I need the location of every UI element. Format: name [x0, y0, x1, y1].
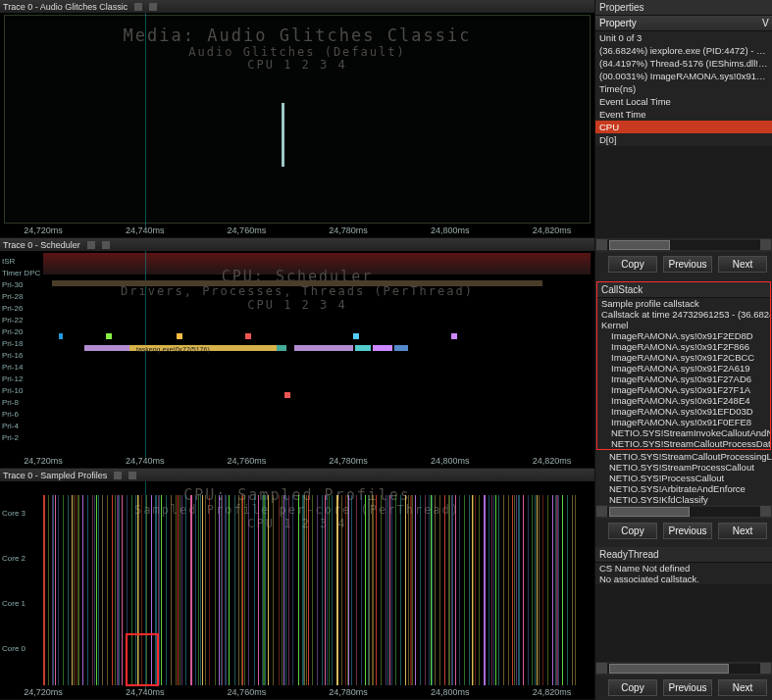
property-row[interactable]: Event Local Time — [595, 95, 772, 108]
sched-row-label: Pri-8 — [2, 398, 19, 407]
callstack-line[interactable]: NETIO.SYS!ProcessCallout — [595, 473, 772, 483]
scroll-left-icon[interactable] — [596, 663, 607, 674]
sample-stripe — [229, 495, 230, 685]
pane-body[interactable]: CPU: Scheduler Drivers, Processes, Threa… — [0, 251, 594, 468]
next-button[interactable]: Next — [718, 523, 767, 539]
property-row[interactable]: D[0] — [595, 133, 772, 146]
sample-stripe — [166, 495, 167, 685]
sched-row-label: Pri-12 — [2, 375, 23, 383]
scroll-right-icon[interactable] — [760, 663, 771, 674]
scroll-left-icon[interactable] — [596, 239, 607, 250]
sample-stripe — [76, 495, 77, 685]
pane-body[interactable]: Media: Audio Glitches Classic Audio Glit… — [0, 13, 594, 237]
pane-title: Trace 0 - Sampled Profiles — [3, 471, 107, 480]
pane-window-icon[interactable] — [134, 3, 142, 11]
pane-header[interactable]: Trace 0 - Scheduler — [0, 238, 594, 251]
sample-stripe — [72, 495, 73, 685]
sample-stripe — [464, 495, 465, 685]
previous-button[interactable]: Previous — [663, 679, 712, 696]
scroll-thumb[interactable] — [609, 240, 670, 250]
sample-stripe — [341, 495, 342, 685]
scroll-thumb[interactable] — [609, 507, 690, 517]
callstack-line[interactable]: ImageRAMONA.sys!0x91F248E4 — [597, 395, 770, 406]
sample-stripe — [518, 495, 520, 685]
sample-stripe — [225, 495, 227, 685]
previous-button[interactable]: Previous — [663, 256, 712, 273]
sample-stripe — [562, 495, 563, 685]
callstack-line[interactable]: ImageRAMONA.sys!0x91F2A619 — [597, 363, 770, 374]
property-row[interactable]: Unit 0 of 3 — [595, 31, 772, 44]
callstack-line[interactable]: ImageRAMONA.sys!0x91F2ED8D — [597, 330, 770, 341]
scroll-left-icon[interactable] — [596, 506, 607, 517]
sample-stripe — [222, 495, 223, 685]
callstack-line[interactable]: ImageRAMONA.sys!0x91F2F866 — [597, 341, 770, 352]
callstack-line[interactable]: NETIO.SYS!StreamProcessCallout — [595, 462, 772, 473]
property-row[interactable]: (36.6824%) iexplore.exe (PID:4472) - 352… — [595, 44, 772, 57]
property-row[interactable]: CPU — [595, 121, 772, 133]
pane-header[interactable]: Trace 0 - Audio Glitches Classic — [0, 0, 594, 13]
callstack-panel: CallStack Sample profile callstackCallst… — [595, 280, 772, 543]
scroll-right-icon[interactable] — [760, 239, 771, 250]
callstack-line[interactable]: NETIO.SYS!StreamCalloutProcessingLoop — [595, 451, 772, 462]
sample-stripe — [82, 495, 83, 685]
callstack-line[interactable]: NETIO.SYS!StreamCalloutProcessData — [597, 438, 770, 449]
callstack-line[interactable]: Kernel — [597, 320, 770, 330]
callstack-line[interactable]: ImageRAMONA.sys!0x91F2CBCC — [597, 352, 770, 363]
pane-window-icon[interactable] — [114, 472, 122, 479]
sample-stripe — [176, 495, 177, 685]
h-scrollbar[interactable] — [595, 505, 772, 519]
sample-stripe — [198, 495, 199, 685]
copy-button[interactable]: Copy — [608, 679, 657, 696]
callstack-line[interactable]: Sample profile callstack — [597, 298, 770, 309]
pane-close-icon[interactable] — [102, 241, 110, 249]
pane-body[interactable]: CPU: Sampled Profiles Sampled Profile pe… — [0, 481, 594, 699]
sample-stripe — [523, 495, 524, 685]
previous-button[interactable]: Previous — [663, 523, 712, 539]
copy-button[interactable]: Copy — [608, 523, 657, 539]
callstack-line[interactable]: ImageRAMONA.sys!0x91F27AD6 — [597, 374, 770, 384]
callstack-line[interactable]: ImageRAMONA.sys!0x91EFD03D — [597, 406, 770, 417]
pane-close-icon[interactable] — [149, 3, 157, 11]
wm-line2: Drivers, Processes, Threads (PerThread) — [0, 285, 594, 299]
sample-stripe — [332, 495, 333, 685]
sample-stripe — [391, 495, 392, 685]
h-scrollbar[interactable] — [595, 662, 772, 675]
callstack-line[interactable]: Callstack at time 24732961253 - (36.6824… — [597, 309, 770, 320]
sample-stripe — [63, 495, 64, 685]
callstack-line[interactable]: NETIO.SYS!StreamInvokeCalloutAndNormaliz… — [597, 427, 770, 438]
sched-bar — [84, 345, 129, 351]
sched-row-label: Pri-26 — [2, 304, 23, 313]
callstack-line[interactable]: ImageRAMONA.sys!0x91F0EFE8 — [597, 417, 770, 427]
sample-stripe — [473, 495, 474, 685]
sched-bar — [52, 280, 542, 286]
callstack-line[interactable]: NETIO.SYS!ArbitrateAndEnforce — [595, 483, 772, 494]
next-button[interactable]: Next — [718, 256, 767, 273]
sample-stripe — [306, 495, 307, 685]
watermark: CPU: Scheduler Drivers, Processes, Threa… — [0, 269, 594, 313]
sched-row-label: Pri-4 — [2, 422, 19, 430]
copy-button[interactable]: Copy — [608, 256, 657, 273]
callstack-line[interactable]: ImageRAMONA.sys!0x91F27F1A — [597, 384, 770, 395]
sample-stripe — [308, 495, 309, 685]
sample-stripe — [215, 495, 216, 685]
callstack-line[interactable]: NETIO.SYS!KfdClassify — [595, 494, 772, 505]
sched-row-label: Pri-18 — [2, 339, 23, 348]
sample-stripe — [532, 495, 533, 685]
pane-header[interactable]: Trace 0 - Sampled Profiles — [0, 469, 594, 481]
property-row[interactable]: (00.0031%) ImageRAMONA.sys!0x91F2ED8D — [595, 70, 772, 82]
sample-stripe — [234, 495, 235, 685]
readythread-panel: ReadyThread CS Name Not defined No assoc… — [595, 547, 772, 700]
scroll-right-icon[interactable] — [760, 506, 771, 517]
property-row[interactable]: Event Time — [595, 108, 772, 121]
tick: 24,760ms — [228, 225, 267, 236]
property-row[interactable]: (84.4197%) Thread-5176 (IEShims.dll!0x72… — [595, 57, 772, 70]
pane-title: Trace 0 - Audio Glitches Classic — [3, 2, 128, 12]
pane-window-icon[interactable] — [87, 241, 95, 249]
properties-columns[interactable]: Property V — [595, 16, 772, 31]
pane-close-icon[interactable] — [129, 472, 136, 479]
scroll-thumb[interactable] — [609, 664, 729, 674]
readythread-header: ReadyThread — [595, 547, 772, 563]
next-button[interactable]: Next — [718, 679, 767, 696]
property-row[interactable]: Time(ns) — [595, 82, 772, 95]
h-scrollbar[interactable] — [595, 238, 772, 252]
